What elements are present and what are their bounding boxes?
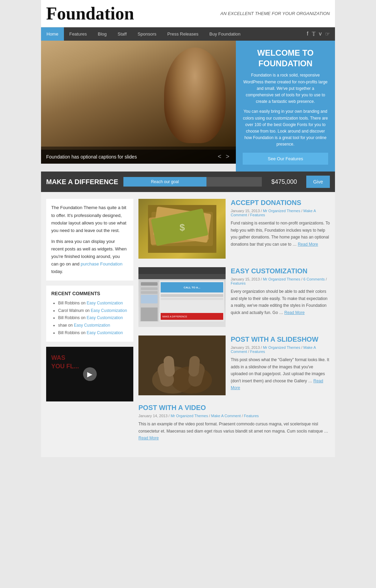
mini-nav [138, 274, 226, 279]
post-author-link[interactable]: Mr Organized Themes [171, 414, 208, 418]
comment-author: Bill Robbins [58, 315, 80, 320]
social-icons: f 𝕋 v ☞ [307, 31, 335, 37]
post-video: POST WITH A VIDEO January 14, 2013 / Mr … [138, 404, 330, 441]
pinterest-icon[interactable]: ☞ [325, 31, 330, 37]
slide-nav-arrows[interactable]: < > [218, 153, 231, 160]
intro-p1: The Foundation Theme has quite a bit to … [51, 204, 128, 234]
recent-comments-title: RECENT COMMENTS [51, 291, 128, 296]
list-item: Bill Robbins on Easy Customization [58, 300, 128, 307]
hero-section: Foundation has optional captions for sli… [41, 41, 335, 172]
read-more-link[interactable]: Read More [298, 242, 318, 247]
post-author-link[interactable]: Mr Organized Themes [263, 209, 300, 213]
see-features-button[interactable]: See Our Features [243, 153, 328, 165]
main-content: The Foundation Theme has quite a bit to … [41, 192, 335, 457]
post-slideshow: POST WITH A SLIDESHOW January 15, 2013 /… [138, 336, 330, 395]
welcome-box: WELCOME TO FOUNDATION Foundation is a ro… [236, 41, 335, 172]
comment-author: Carol Walnum [58, 308, 84, 313]
comment-link[interactable]: Easy Customization [86, 301, 123, 305]
list-item: Bill Robbins on Easy Customization [58, 314, 128, 322]
post-meta: January 15, 2013 / Mr Organized Themes /… [231, 209, 330, 217]
svg-text:$: $ [179, 222, 185, 233]
slide-caption: Foundation has optional captions for sli… [41, 150, 236, 164]
welcome-p2: You can easily bring in your own brandin… [243, 108, 328, 148]
main-nav: Home Features Blog Staff Sponsors Press … [41, 27, 335, 41]
posts-content: $ ACCEPT DONATIONS January 15, 2013 / Mr… [138, 199, 330, 450]
nav-item-home[interactable]: Home [41, 27, 64, 41]
post-thumbnail: CALL TO A... MAKE A DIFFERENCE [138, 267, 226, 327]
post-title: POST WITH A VIDEO [138, 404, 330, 412]
comment-link[interactable]: Easy Customization [74, 323, 110, 328]
post-title: EASY CUSTOMIZATION [231, 267, 330, 275]
post-excerpt: This is an example of the video post for… [138, 421, 330, 441]
sidebar-intro: The Foundation Theme has quite a bit to … [46, 199, 133, 281]
nav-links: Home Features Blog Staff Sponsors Press … [41, 27, 246, 41]
nav-item-features[interactable]: Features [64, 27, 92, 41]
comment-author: Bill Robbins [58, 330, 80, 335]
post-info: ACCEPT DONATIONS January 15, 2013 / Mr O… [231, 199, 330, 259]
give-button[interactable]: Give [306, 176, 330, 188]
post-info: EASY CUSTOMIZATION January 15, 2013 / Mr… [231, 267, 330, 327]
comment-author: shae [58, 323, 67, 328]
post-thumbnail [138, 336, 226, 395]
make-difference-label: MAKE A DIFFERENCE [46, 178, 118, 186]
post-category-link[interactable]: Features [244, 414, 259, 418]
post-meta: January 14, 2013 / Mr Organized Themes /… [138, 414, 330, 418]
money-image: $ [138, 199, 226, 259]
intro-p2: In this area you can display your recent… [51, 238, 128, 275]
post-category-link[interactable]: Features [250, 213, 265, 217]
post-category-link[interactable]: Features [250, 350, 265, 354]
post-title: ACCEPT DONATIONS [231, 199, 330, 207]
post-meta: January 15, 2013 / Mr Organized Themes /… [231, 345, 330, 354]
comment-author: Bill Robbins [58, 301, 80, 305]
video-overlay: WASYOU FL... [51, 354, 79, 371]
post-author-link[interactable]: Mr Organized Themes [263, 277, 300, 281]
welcome-title: WELCOME TO FOUNDATION [243, 47, 328, 69]
recent-comments-widget: RECENT COMMENTS Bill Robbins on Easy Cus… [46, 286, 133, 342]
purchase-link[interactable]: purchase Foundation [81, 261, 122, 266]
mini-header [138, 267, 226, 274]
hero-slide: Foundation has optional captions for sli… [41, 41, 236, 164]
progress-bar-fill: Reach our goal [123, 177, 206, 187]
read-more-link[interactable]: Read More [284, 310, 305, 315]
list-item: shae on Easy Customization [58, 322, 128, 329]
post-category-link[interactable]: Features [231, 281, 245, 285]
customization-image: CALL TO A... MAKE A DIFFERENCE [138, 267, 226, 327]
video-play-button[interactable]: ▶ [83, 367, 97, 381]
video-widget: WASYOU FL... ▶ [46, 347, 133, 401]
nav-item-blog[interactable]: Blog [92, 27, 112, 41]
post-title: POST WITH A SLIDESHOW [231, 336, 330, 343]
progress-bar-container: Reach our goal [123, 177, 262, 187]
post-excerpt: This post shows what the "Gallery" forma… [231, 356, 330, 391]
comment-link[interactable]: Easy Customization [91, 308, 127, 313]
comments-list: Bill Robbins on Easy Customization Carol… [51, 300, 128, 337]
twitter-icon[interactable]: 𝕋 [312, 31, 315, 37]
list-item: Carol Walnum on Easy Customization [58, 307, 128, 315]
nav-item-sponsors[interactable]: Sponsors [132, 27, 162, 41]
post-excerpt: Fund raising is essential to non-profit … [231, 220, 330, 248]
donations-bar: MAKE A DIFFERENCE Reach our goal $475,00… [41, 172, 335, 192]
post-meta: January 15, 2013 / Mr Organized Themes /… [231, 277, 330, 285]
post-accept-donations: $ ACCEPT DONATIONS January 15, 2013 / Mr… [138, 199, 330, 259]
comment-link[interactable]: Easy Customization [86, 330, 123, 335]
facebook-icon[interactable]: f [307, 31, 308, 37]
welcome-p1: Foundation is a rock solid, responsive W… [243, 72, 328, 105]
nav-item-buy[interactable]: Buy Foundation [204, 27, 246, 41]
list-item: Bill Robbins on Easy Customization [58, 329, 128, 337]
nav-item-staff[interactable]: Staff [112, 27, 132, 41]
post-author-link[interactable]: Mr Organized Themes [263, 345, 300, 350]
site-tagline: AN EXCELLENT THEME FOR YOUR ORGANIZATION [220, 11, 330, 16]
post-comments-link[interactable]: Make A Comment [211, 414, 241, 418]
site-header: Foundation AN EXCELLENT THEME FOR YOUR O… [41, 0, 335, 27]
read-more-link[interactable]: Read More [138, 436, 159, 440]
comment-link[interactable]: Easy Customization [86, 315, 123, 320]
donation-amount: $475,000 [267, 178, 301, 186]
post-easy-customization: CALL TO A... MAKE A DIFFERENCE EASY CUST… [138, 267, 330, 327]
nav-item-press[interactable]: Press Releases [162, 27, 204, 41]
post-thumbnail: $ [138, 199, 226, 259]
site-title: Foundation [46, 3, 134, 24]
vimeo-icon[interactable]: v [319, 31, 322, 37]
post-comments-link[interactable]: 6 Comments [304, 277, 325, 281]
post-excerpt: Every organization should be able to add… [231, 288, 330, 316]
hands-image [138, 336, 226, 395]
sidebar: The Foundation Theme has quite a bit to … [46, 199, 133, 450]
